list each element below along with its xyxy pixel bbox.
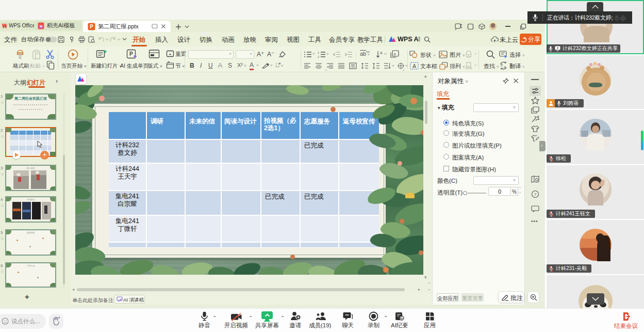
svg-text:A: A — [412, 64, 416, 69]
svg-text:2: 2 — [318, 55, 319, 58]
svg-text:A: A — [380, 51, 383, 55]
svg-text:文: 文 — [500, 63, 503, 67]
svg-text:1: 1 — [318, 51, 319, 54]
svg-text:?: ? — [534, 192, 537, 197]
svg-text:w: w — [39, 24, 43, 27]
svg-text:a: a — [394, 52, 396, 56]
svg-text:P: P — [90, 24, 93, 29]
svg-text:P: P — [129, 51, 133, 57]
svg-text:A: A — [504, 66, 506, 69]
